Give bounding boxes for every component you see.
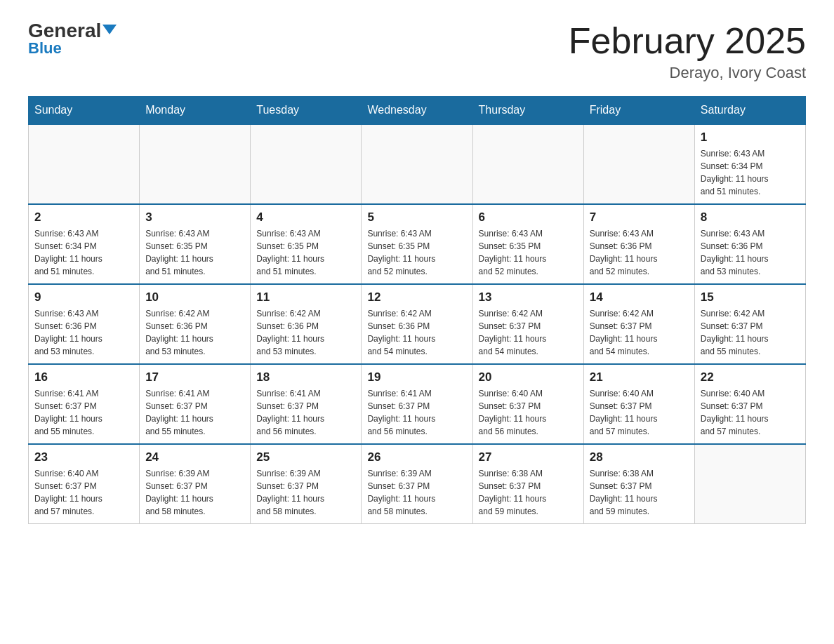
day-number: 18 — [256, 370, 355, 384]
logo-triangle-icon — [102, 25, 117, 34]
day-info: Sunrise: 6:40 AM Sunset: 6:37 PM Dayligh… — [701, 387, 800, 438]
day-info: Sunrise: 6:41 AM Sunset: 6:37 PM Dayligh… — [256, 387, 355, 438]
day-info: Sunrise: 6:42 AM Sunset: 6:36 PM Dayligh… — [145, 307, 244, 358]
day-number: 15 — [701, 290, 800, 304]
day-number: 2 — [34, 210, 133, 224]
day-info: Sunrise: 6:42 AM Sunset: 6:37 PM Dayligh… — [479, 307, 578, 358]
calendar-cell — [362, 124, 472, 204]
calendar-cell — [694, 444, 805, 524]
day-number: 19 — [367, 370, 466, 384]
day-info: Sunrise: 6:43 AM Sunset: 6:35 PM Dayligh… — [367, 227, 466, 278]
day-number: 1 — [701, 130, 800, 145]
day-number: 24 — [145, 450, 244, 464]
day-number: 20 — [479, 370, 578, 384]
day-info: Sunrise: 6:43 AM Sunset: 6:35 PM Dayligh… — [479, 227, 578, 278]
day-info: Sunrise: 6:38 AM Sunset: 6:37 PM Dayligh… — [590, 467, 689, 518]
calendar-cell — [29, 124, 140, 204]
day-number: 5 — [367, 210, 466, 224]
calendar-cell: 10Sunrise: 6:42 AM Sunset: 6:36 PM Dayli… — [140, 284, 251, 364]
day-info: Sunrise: 6:43 AM Sunset: 6:35 PM Dayligh… — [145, 227, 244, 278]
week-row-1: 1Sunrise: 6:43 AM Sunset: 6:34 PM Daylig… — [29, 124, 806, 204]
calendar-cell: 6Sunrise: 6:43 AM Sunset: 6:35 PM Daylig… — [472, 204, 583, 284]
week-row-2: 2Sunrise: 6:43 AM Sunset: 6:34 PM Daylig… — [29, 204, 806, 284]
day-info: Sunrise: 6:41 AM Sunset: 6:37 PM Dayligh… — [367, 387, 466, 438]
day-number: 14 — [590, 290, 689, 304]
day-info: Sunrise: 6:43 AM Sunset: 6:36 PM Dayligh… — [701, 227, 800, 278]
calendar-cell: 25Sunrise: 6:39 AM Sunset: 6:37 PM Dayli… — [251, 444, 362, 524]
calendar-cell — [472, 124, 583, 204]
calendar-cell: 4Sunrise: 6:43 AM Sunset: 6:35 PM Daylig… — [251, 204, 362, 284]
day-number: 23 — [34, 450, 133, 464]
day-number: 8 — [701, 210, 800, 224]
day-number: 22 — [701, 370, 800, 384]
day-header-saturday: Saturday — [694, 97, 805, 125]
day-number: 17 — [145, 370, 244, 384]
calendar-table: SundayMondayTuesdayWednesdayThursdayFrid… — [28, 96, 806, 524]
day-header-tuesday: Tuesday — [251, 97, 362, 125]
day-info: Sunrise: 6:42 AM Sunset: 6:37 PM Dayligh… — [590, 307, 689, 358]
calendar-cell: 9Sunrise: 6:43 AM Sunset: 6:36 PM Daylig… — [29, 284, 140, 364]
day-number: 25 — [256, 450, 355, 464]
day-info: Sunrise: 6:43 AM Sunset: 6:36 PM Dayligh… — [590, 227, 689, 278]
day-header-friday: Friday — [583, 97, 694, 125]
day-header-sunday: Sunday — [29, 97, 140, 125]
calendar-cell: 16Sunrise: 6:41 AM Sunset: 6:37 PM Dayli… — [29, 364, 140, 444]
calendar-cell: 19Sunrise: 6:41 AM Sunset: 6:37 PM Dayli… — [362, 364, 472, 444]
day-info: Sunrise: 6:43 AM Sunset: 6:34 PM Dayligh… — [34, 227, 133, 278]
day-info: Sunrise: 6:43 AM Sunset: 6:36 PM Dayligh… — [34, 307, 133, 358]
day-number: 7 — [590, 210, 689, 224]
calendar-cell: 22Sunrise: 6:40 AM Sunset: 6:37 PM Dayli… — [694, 364, 805, 444]
days-header-row: SundayMondayTuesdayWednesdayThursdayFrid… — [29, 97, 806, 125]
calendar-cell — [251, 124, 362, 204]
calendar-cell: 24Sunrise: 6:39 AM Sunset: 6:37 PM Dayli… — [140, 444, 251, 524]
day-info: Sunrise: 6:43 AM Sunset: 6:34 PM Dayligh… — [701, 147, 800, 198]
calendar-cell: 1Sunrise: 6:43 AM Sunset: 6:34 PM Daylig… — [694, 124, 805, 204]
week-row-3: 9Sunrise: 6:43 AM Sunset: 6:36 PM Daylig… — [29, 284, 806, 364]
calendar-subtitle: Derayo, Ivory Coast — [569, 64, 806, 82]
day-number: 6 — [479, 210, 578, 224]
calendar-cell: 2Sunrise: 6:43 AM Sunset: 6:34 PM Daylig… — [29, 204, 140, 284]
day-info: Sunrise: 6:41 AM Sunset: 6:37 PM Dayligh… — [145, 387, 244, 438]
calendar-cell: 14Sunrise: 6:42 AM Sunset: 6:37 PM Dayli… — [583, 284, 694, 364]
week-row-5: 23Sunrise: 6:40 AM Sunset: 6:37 PM Dayli… — [29, 444, 806, 524]
calendar-cell: 20Sunrise: 6:40 AM Sunset: 6:37 PM Dayli… — [472, 364, 583, 444]
day-number: 4 — [256, 210, 355, 224]
calendar-cell: 21Sunrise: 6:40 AM Sunset: 6:37 PM Dayli… — [583, 364, 694, 444]
logo: General Blue — [28, 21, 117, 58]
day-info: Sunrise: 6:40 AM Sunset: 6:37 PM Dayligh… — [590, 387, 689, 438]
calendar-cell: 15Sunrise: 6:42 AM Sunset: 6:37 PM Dayli… — [694, 284, 805, 364]
logo-general-text: General — [28, 21, 117, 41]
day-info: Sunrise: 6:43 AM Sunset: 6:35 PM Dayligh… — [256, 227, 355, 278]
day-header-wednesday: Wednesday — [362, 97, 472, 125]
day-number: 21 — [590, 370, 689, 384]
day-number: 16 — [34, 370, 133, 384]
day-info: Sunrise: 6:39 AM Sunset: 6:37 PM Dayligh… — [256, 467, 355, 518]
calendar-cell: 26Sunrise: 6:39 AM Sunset: 6:37 PM Dayli… — [362, 444, 472, 524]
day-number: 10 — [145, 290, 244, 304]
day-info: Sunrise: 6:42 AM Sunset: 6:37 PM Dayligh… — [701, 307, 800, 358]
day-number: 3 — [145, 210, 244, 224]
day-header-thursday: Thursday — [472, 97, 583, 125]
day-info: Sunrise: 6:40 AM Sunset: 6:37 PM Dayligh… — [479, 387, 578, 438]
calendar-cell: 28Sunrise: 6:38 AM Sunset: 6:37 PM Dayli… — [583, 444, 694, 524]
calendar-cell: 18Sunrise: 6:41 AM Sunset: 6:37 PM Dayli… — [251, 364, 362, 444]
calendar-cell — [140, 124, 251, 204]
logo-blue-text: Blue — [28, 39, 62, 58]
calendar-cell: 7Sunrise: 6:43 AM Sunset: 6:36 PM Daylig… — [583, 204, 694, 284]
calendar-cell: 3Sunrise: 6:43 AM Sunset: 6:35 PM Daylig… — [140, 204, 251, 284]
day-header-monday: Monday — [140, 97, 251, 125]
calendar-cell — [583, 124, 694, 204]
day-info: Sunrise: 6:42 AM Sunset: 6:36 PM Dayligh… — [367, 307, 466, 358]
day-number: 27 — [479, 450, 578, 464]
calendar-cell: 13Sunrise: 6:42 AM Sunset: 6:37 PM Dayli… — [472, 284, 583, 364]
calendar-cell: 23Sunrise: 6:40 AM Sunset: 6:37 PM Dayli… — [29, 444, 140, 524]
calendar-cell: 5Sunrise: 6:43 AM Sunset: 6:35 PM Daylig… — [362, 204, 472, 284]
calendar-cell: 8Sunrise: 6:43 AM Sunset: 6:36 PM Daylig… — [694, 204, 805, 284]
day-info: Sunrise: 6:42 AM Sunset: 6:36 PM Dayligh… — [256, 307, 355, 358]
week-row-4: 16Sunrise: 6:41 AM Sunset: 6:37 PM Dayli… — [29, 364, 806, 444]
calendar-cell: 27Sunrise: 6:38 AM Sunset: 6:37 PM Dayli… — [472, 444, 583, 524]
day-number: 11 — [256, 290, 355, 304]
header: General Blue February 2025 Derayo, Ivory… — [28, 21, 806, 82]
day-info: Sunrise: 6:40 AM Sunset: 6:37 PM Dayligh… — [34, 467, 133, 518]
day-number: 28 — [590, 450, 689, 464]
